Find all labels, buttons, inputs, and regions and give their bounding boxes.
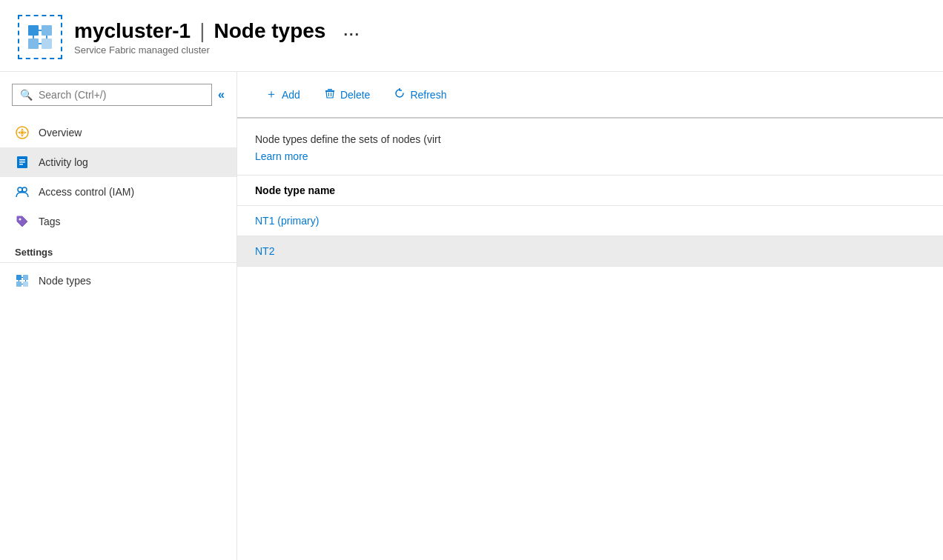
more-options-button[interactable]: ...	[343, 22, 360, 39]
search-box[interactable]: 🔍	[12, 84, 212, 106]
node-type-nt1: NT1 (primary)	[255, 215, 319, 227]
svg-rect-17	[16, 275, 21, 280]
node-type-table: Node type name NT1 (primary) NT2	[237, 176, 943, 267]
svg-point-16	[19, 219, 21, 221]
table-row[interactable]: NT2	[237, 236, 943, 267]
activity-log-label: Activity log	[39, 156, 88, 168]
delete-label: Delete	[340, 89, 370, 101]
title-separator: |	[199, 19, 205, 43]
svg-point-14	[18, 187, 22, 192]
node-type-nt2: NT2	[255, 245, 274, 257]
learn-more-link[interactable]: Learn more	[255, 150, 308, 162]
activity-log-icon	[15, 155, 30, 170]
svg-rect-12	[19, 161, 25, 163]
overview-icon	[15, 125, 30, 140]
sidebar: 🔍 « Overview	[0, 72, 237, 560]
header-subtitle: Service Fabric managed cluster	[74, 44, 360, 56]
table-column-header: Node type name	[237, 176, 943, 206]
delete-icon	[324, 87, 336, 102]
refresh-icon	[394, 87, 406, 102]
content-area: ＋ Add Delete	[237, 72, 943, 560]
cluster-icon	[18, 15, 62, 59]
tags-label: Tags	[39, 216, 61, 227]
tags-icon	[15, 214, 30, 229]
node-types-icon	[15, 273, 30, 288]
main-layout: 🔍 « Overview	[0, 72, 943, 560]
search-icon: 🔍	[20, 89, 33, 101]
collapse-button[interactable]: «	[218, 88, 225, 101]
add-label: Add	[282, 89, 300, 101]
refresh-label: Refresh	[410, 89, 446, 101]
section-divider	[0, 262, 236, 263]
sidebar-item-tags[interactable]: Tags	[0, 207, 236, 236]
svg-rect-11	[19, 159, 25, 161]
svg-rect-2	[28, 39, 39, 49]
table-row[interactable]: NT1 (primary)	[237, 206, 943, 236]
search-container: 🔍 «	[0, 84, 236, 118]
toolbar: ＋ Add Delete	[237, 72, 943, 119]
svg-point-9	[21, 131, 24, 134]
svg-rect-3	[42, 39, 52, 49]
settings-section-label: Settings	[0, 236, 236, 262]
header-text: mycluster-1 | Node types ... Service Fab…	[74, 19, 360, 56]
access-control-icon	[15, 184, 30, 199]
header: mycluster-1 | Node types ... Service Fab…	[0, 0, 943, 72]
svg-rect-19	[16, 281, 21, 287]
refresh-button[interactable]: Refresh	[383, 81, 457, 108]
svg-rect-20	[23, 281, 28, 287]
access-control-label: Access control (IAM)	[39, 186, 134, 198]
sidebar-item-activity-log[interactable]: Activity log	[0, 147, 236, 177]
cluster-icon-svg	[25, 22, 55, 52]
cluster-name: mycluster-1	[74, 19, 191, 43]
svg-rect-0	[28, 25, 39, 36]
svg-rect-13	[19, 164, 23, 165]
description-text: Node types define the sets of nodes (vir…	[255, 133, 925, 145]
sidebar-item-overview[interactable]: Overview	[0, 118, 236, 147]
header-title: mycluster-1 | Node types ...	[74, 19, 360, 43]
search-input[interactable]	[39, 89, 204, 101]
svg-rect-26	[328, 89, 332, 90]
delete-button[interactable]: Delete	[314, 81, 380, 108]
overview-label: Overview	[39, 127, 82, 139]
page-name: Node types	[214, 19, 325, 43]
description-section: Node types define the sets of nodes (vir…	[237, 119, 943, 176]
node-types-label: Node types	[39, 275, 91, 287]
svg-rect-1	[42, 25, 52, 36]
svg-rect-18	[23, 275, 28, 280]
sidebar-item-access-control[interactable]: Access control (IAM)	[0, 177, 236, 207]
add-icon: ＋	[265, 87, 277, 102]
svg-point-15	[22, 187, 27, 192]
sidebar-item-node-types[interactable]: Node types	[0, 266, 236, 296]
description-content: Node types define the sets of nodes (vir…	[255, 133, 441, 145]
page-container: mycluster-1 | Node types ... Service Fab…	[0, 0, 943, 560]
add-button[interactable]: ＋ Add	[255, 81, 311, 108]
